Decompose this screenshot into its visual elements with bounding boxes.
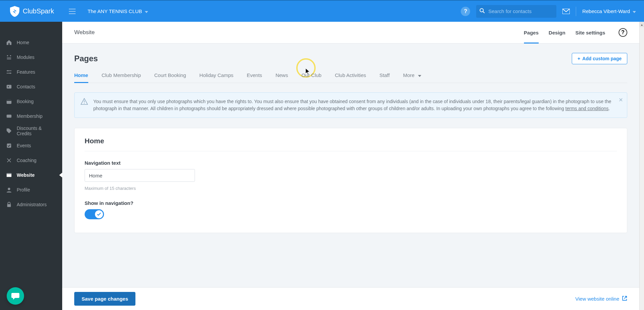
- close-icon: ✕: [619, 97, 623, 103]
- tab-label: Pages: [524, 30, 539, 35]
- svg-point-3: [480, 8, 484, 12]
- search-input[interactable]: [488, 8, 553, 14]
- notice-text-b: .: [609, 106, 610, 111]
- sidebar-item-label: Administrators: [17, 202, 46, 207]
- sidebar-item-features[interactable]: Features: [0, 65, 62, 79]
- club-name: The ANY TENNIS CLUB: [88, 8, 142, 14]
- svg-rect-23: [7, 204, 11, 207]
- page-tab-club-activities[interactable]: Club Activities: [335, 72, 366, 83]
- svg-rect-17: [7, 100, 11, 101]
- page-tab-club-membership[interactable]: Club Membership: [102, 72, 141, 83]
- sidebar-item-home[interactable]: Home: [0, 35, 62, 50]
- svg-rect-21: [7, 173, 11, 174]
- sidebar-item-modules[interactable]: Modules: [0, 50, 62, 65]
- link-label: View website online: [575, 296, 619, 302]
- sidebar-item-website[interactable]: Website: [0, 168, 62, 182]
- sidebar-item-label: Profile: [17, 187, 30, 192]
- contacts-icon: [6, 84, 12, 90]
- add-custom-page-button[interactable]: + Add custom page: [572, 53, 627, 64]
- sidebar-item-label: Features: [17, 69, 35, 75]
- sidebar-item-contacts[interactable]: Contacts: [0, 79, 62, 94]
- chat-widget-button[interactable]: [7, 287, 24, 305]
- show-nav-toggle[interactable]: [85, 209, 104, 219]
- tab-site-settings[interactable]: Site settings: [575, 22, 605, 43]
- scroll-area[interactable]: Pages + Add custom page Home Club Member…: [62, 44, 639, 287]
- subheader: Website Pages Design Site settings ?: [62, 22, 639, 44]
- tab-label: News: [276, 72, 288, 78]
- svg-line-4: [483, 11, 485, 13]
- svg-rect-2: [69, 13, 76, 14]
- modules-icon: [6, 54, 12, 60]
- context-help-button[interactable]: ?: [619, 28, 627, 37]
- view-website-link[interactable]: View website online: [575, 296, 627, 302]
- svg-rect-8: [7, 58, 11, 58]
- sidebar-item-label: Contacts: [17, 84, 35, 89]
- subheader-tabs: Pages Design Site settings ?: [524, 22, 627, 43]
- tab-label: Court Booking: [154, 72, 186, 78]
- divider: [576, 7, 576, 16]
- tag-icon: [6, 128, 12, 134]
- svg-rect-13: [7, 73, 11, 74]
- tab-label: Club Membership: [102, 72, 141, 78]
- svg-point-22: [8, 188, 10, 190]
- help-button[interactable]: ?: [461, 7, 470, 16]
- divider: [85, 151, 617, 151]
- club-selector[interactable]: The ANY TENNIS CLUB: [82, 8, 153, 14]
- sidebar-item-discounts[interactable]: Discounts & Credits: [0, 124, 62, 138]
- sidebar-item-membership[interactable]: Membership: [0, 109, 62, 124]
- page-tab-court-booking[interactable]: Court Booking: [154, 72, 186, 83]
- hamburger-menu[interactable]: [62, 1, 82, 22]
- profile-icon: [6, 187, 12, 193]
- home-page-card: Home Navigation text Maximum of 15 chara…: [74, 128, 627, 233]
- tab-label: Our Club: [301, 72, 321, 78]
- svg-rect-9: [7, 59, 11, 60]
- consent-notice: You must ensure that you only use photog…: [74, 92, 627, 118]
- sidebar-item-events[interactable]: Events: [0, 138, 62, 153]
- brand-area[interactable]: ClubSpark: [0, 1, 62, 22]
- sidebar-item-coaching[interactable]: Coaching: [0, 153, 62, 168]
- tab-label: Home: [74, 72, 88, 78]
- close-notice-button[interactable]: ✕: [619, 96, 623, 104]
- search-icon: [479, 8, 485, 15]
- chat-icon: [11, 292, 20, 300]
- check-icon: [97, 213, 101, 216]
- features-icon: [6, 69, 12, 75]
- tab-design[interactable]: Design: [549, 22, 565, 43]
- save-button[interactable]: Save page changes: [74, 292, 135, 306]
- messages-button[interactable]: [562, 9, 570, 14]
- events-icon: [6, 143, 12, 149]
- page-title: Pages: [74, 54, 98, 63]
- page-tab-home[interactable]: Home: [74, 72, 88, 83]
- terms-link[interactable]: terms and conditions: [565, 106, 609, 111]
- window-scrollbar[interactable]: ▴: [639, 22, 644, 310]
- show-nav-label: Show in navigation?: [85, 200, 617, 206]
- page-tab-news[interactable]: News: [276, 72, 288, 83]
- scroll-up-arrow-icon[interactable]: ▴: [640, 22, 644, 27]
- tab-pages[interactable]: Pages: [524, 22, 539, 43]
- page-tab-holiday-camps[interactable]: Holiday Camps: [199, 72, 233, 83]
- coaching-icon: [6, 157, 12, 163]
- page-tab-our-club[interactable]: Our Club: [301, 72, 321, 83]
- main-row: Home Modules Features Contacts Booking M…: [0, 22, 644, 310]
- svg-rect-0: [69, 9, 76, 9]
- sidebar-item-administrators[interactable]: Administrators: [0, 197, 62, 212]
- svg-rect-19: [7, 144, 11, 148]
- sidebar-item-booking[interactable]: Booking: [0, 94, 62, 109]
- tab-label: Design: [549, 30, 565, 35]
- page-tab-more[interactable]: More: [403, 72, 421, 83]
- page-tab-staff[interactable]: Staff: [380, 72, 390, 83]
- sidebar-item-label: Home: [17, 40, 29, 45]
- nav-text-input[interactable]: [85, 169, 195, 182]
- sidebar-item-label: Website: [17, 172, 34, 178]
- page-tab-events[interactable]: Events: [247, 72, 262, 83]
- user-menu[interactable]: Rebecca Vibert-Ward: [582, 8, 636, 14]
- tab-label: More: [403, 72, 414, 78]
- topbar: ClubSpark The ANY TENNIS CLUB ? Rebecca …: [0, 0, 644, 22]
- nav-text-help: Maximum of 15 characters: [85, 186, 617, 191]
- search-input-wrap[interactable]: [476, 5, 556, 18]
- topbar-right: ? Rebecca Vibert-Ward: [461, 5, 644, 18]
- question-icon: ?: [621, 29, 625, 35]
- tab-label: Holiday Camps: [199, 72, 233, 78]
- svg-rect-12: [7, 71, 11, 71]
- sidebar-item-profile[interactable]: Profile: [0, 182, 62, 197]
